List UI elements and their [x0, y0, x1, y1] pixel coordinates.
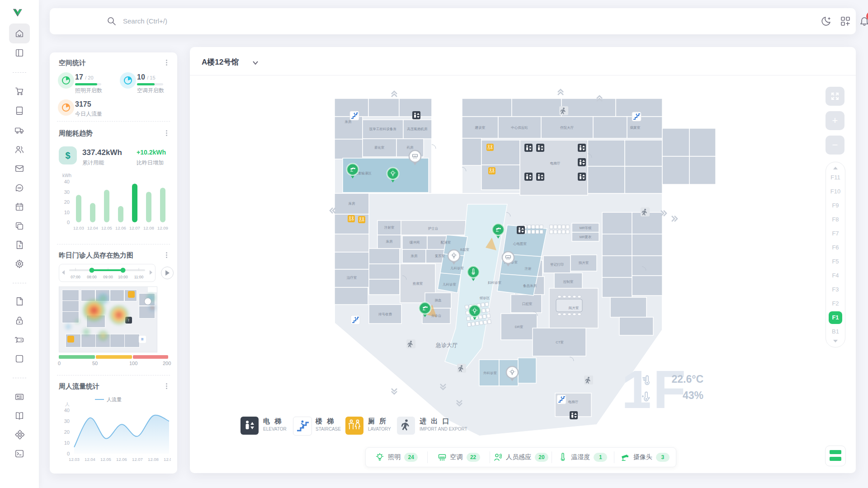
floor-item-F8[interactable]: F8: [829, 213, 842, 226]
bar-12.05[interactable]: [104, 190, 109, 222]
bar-12.09[interactable]: [160, 188, 165, 223]
sidebar-item-id-card[interactable]: [14, 392, 24, 402]
sidebar-item-gear[interactable]: [14, 259, 24, 269]
sensor-icon: [493, 453, 502, 462]
fullscreen-button[interactable]: [826, 87, 844, 106]
section-title-energy: 周能耗趋势: [59, 129, 93, 138]
slider-handle-start[interactable]: [90, 268, 94, 273]
device-item-thermo[interactable]: 温湿度1: [552, 451, 613, 463]
bar-12.07[interactable]: [132, 184, 137, 223]
elevator-icon[interactable]: [412, 111, 420, 119]
sidebar-item-home[interactable]: [14, 28, 24, 38]
kebab-menu-icon[interactable]: [163, 382, 170, 390]
elevator-icon[interactable]: [570, 411, 578, 419]
kebab-menu-icon[interactable]: [163, 59, 170, 67]
elevator-icon[interactable]: [536, 173, 544, 181]
chevron-down-icon[interactable]: [252, 60, 259, 66]
legend-en-label: IMPORT AND EXPORT: [420, 427, 467, 432]
sidebar-item-chat[interactable]: [14, 183, 24, 193]
sidebar-item-layout[interactable]: [14, 48, 24, 58]
floor-item-F9[interactable]: F9: [829, 199, 842, 212]
dollar-icon: $: [59, 146, 77, 164]
play-button[interactable]: [161, 267, 174, 279]
floor-item-F10[interactable]: F10: [829, 185, 842, 198]
lavatory-icon[interactable]: [358, 216, 365, 223]
stat-label: 空调开启数: [137, 87, 164, 94]
floor-item-F5[interactable]: F5: [829, 255, 842, 268]
magnifier-icon[interactable]: [144, 298, 151, 305]
staircase-icon[interactable]: [632, 112, 641, 121]
bar-12.08[interactable]: [146, 192, 151, 223]
floor-item-F6[interactable]: F6: [829, 241, 842, 254]
floor-item-F2[interactable]: F2: [829, 297, 842, 310]
svg-text:kWh: kWh: [62, 173, 71, 178]
bar-12.03[interactable]: [76, 195, 81, 222]
device-label: 温湿度: [571, 453, 590, 461]
device-item-bulb[interactable]: 照明24: [366, 451, 427, 463]
dark-mode-icon[interactable]: [821, 16, 832, 27]
slider-next-icon[interactable]: [150, 270, 152, 275]
zoom-out-button[interactable]: −: [826, 136, 844, 155]
sidebar-item-input[interactable]: [14, 335, 24, 345]
sidebar-item-file-dollar[interactable]: $: [14, 240, 24, 250]
sidebar-item-terminal[interactable]: [14, 449, 24, 459]
svg-text:20: 20: [64, 199, 70, 205]
time-range-slider[interactable]: 07:0008:0009:0010:0011:00: [59, 264, 156, 282]
lavatory-icon[interactable]: [486, 144, 494, 151]
sidebar-item-calendar[interactable]: 1: [14, 202, 24, 212]
floor-item-F4[interactable]: F4: [829, 269, 842, 282]
kebab-menu-icon[interactable]: [163, 129, 170, 137]
lavatory-icon[interactable]: [488, 167, 495, 174]
divider: [57, 244, 170, 244]
floor-scroll-down-icon[interactable]: [833, 340, 838, 343]
sidebar-item-copy[interactable]: [14, 221, 24, 231]
sidebar-item-book-open[interactable]: [14, 411, 24, 421]
sidebar: 1$: [0, 0, 39, 488]
sidebar-item-file[interactable]: [14, 296, 24, 306]
kebab-menu-icon[interactable]: [163, 251, 170, 259]
apps-grid-icon[interactable]: [840, 16, 851, 27]
sidebar-item-mail[interactable]: [14, 164, 24, 174]
bar-12.06[interactable]: [118, 206, 123, 222]
sidebar-item-cart[interactable]: [14, 86, 24, 96]
heat-blobs: [59, 287, 157, 352]
elevator-icon[interactable]: [578, 173, 586, 181]
device-item-ac[interactable]: 空调22: [427, 451, 489, 463]
sidebar-item-shapes[interactable]: [14, 430, 24, 440]
heat-scale-segment: [133, 355, 168, 359]
search-input[interactable]: Search (Ctrl+/): [123, 17, 167, 25]
elevator-icon[interactable]: [524, 173, 533, 181]
legend-zh-label: 电 梯: [263, 417, 283, 426]
sidebar-item-users[interactable]: [14, 145, 24, 155]
sidebar-item-book[interactable]: [14, 106, 24, 116]
zoom-in-button[interactable]: +: [826, 111, 844, 130]
elevator-icon[interactable]: [517, 226, 525, 234]
elevator-icon[interactable]: [578, 144, 586, 152]
floor-item-F11[interactable]: F11: [829, 171, 842, 184]
slider-handle-end[interactable]: [121, 268, 126, 273]
floor-item-F7[interactable]: F7: [829, 227, 842, 240]
bar-12.04[interactable]: [90, 203, 95, 222]
floor-scroll-up-icon[interactable]: [833, 167, 838, 169]
elevator-icon[interactable]: [524, 144, 533, 152]
device-item-sensor[interactable]: 人员感应20: [490, 451, 552, 463]
sidebar-item-truck[interactable]: [14, 125, 24, 135]
staircase-icon[interactable]: [350, 111, 359, 120]
direction-arrow-icon: [392, 91, 397, 97]
layers-list-button[interactable]: [825, 446, 846, 466]
floor-item-B1[interactable]: B1: [829, 325, 842, 338]
sidebar-item-lock[interactable]: [14, 316, 24, 326]
floor-item-F3[interactable]: F3: [829, 283, 842, 296]
staircase-icon[interactable]: [557, 395, 566, 404]
floor-item-F1[interactable]: F1: [829, 311, 842, 324]
lavatory-icon[interactable]: [348, 215, 355, 222]
slider-prev-icon[interactable]: [62, 270, 65, 275]
person-icon: [584, 375, 593, 385]
elevator-icon[interactable]: [578, 158, 586, 166]
sidebar-item-square[interactable]: [14, 354, 24, 364]
elevator-icon[interactable]: [536, 144, 544, 152]
search-icon[interactable]: [106, 16, 117, 27]
building-title[interactable]: A楼12号馆: [202, 57, 239, 67]
staircase-icon[interactable]: [351, 315, 360, 324]
device-item-camera[interactable]: 摄像头3: [614, 451, 676, 463]
